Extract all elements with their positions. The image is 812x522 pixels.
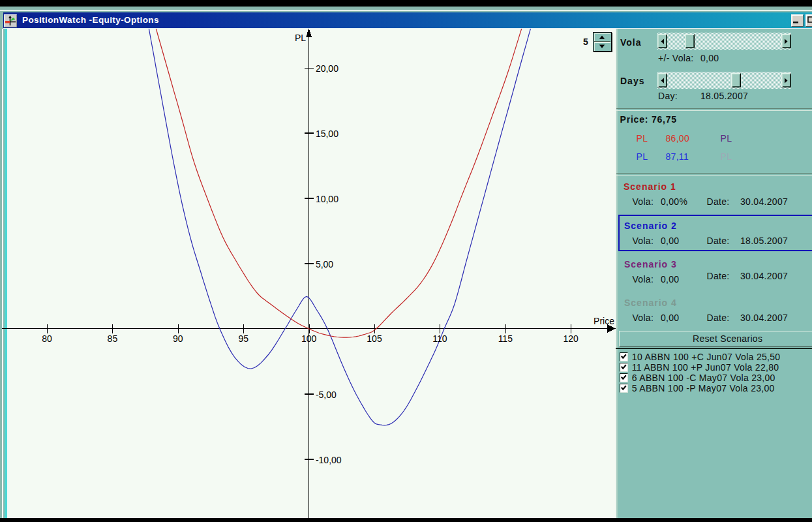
svg-text:85: 85: [108, 333, 118, 344]
svg-text:105: 105: [367, 333, 382, 344]
svg-text:-10,00: -10,00: [316, 455, 342, 465]
svg-text:110: 110: [432, 333, 447, 344]
svg-text:95: 95: [238, 333, 248, 344]
svg-text:120: 120: [564, 333, 579, 344]
svg-text:Price: Price: [594, 316, 614, 326]
svg-text:PL: PL: [295, 33, 306, 43]
svg-text:10,00: 10,00: [316, 194, 338, 204]
svg-text:5,00: 5,00: [316, 259, 333, 269]
svg-text:100: 100: [301, 333, 317, 344]
svg-text:20,00: 20,00: [316, 63, 338, 74]
svg-text:115: 115: [498, 333, 513, 344]
svg-text:15,00: 15,00: [316, 129, 338, 139]
svg-text:-5,00: -5,00: [316, 390, 337, 400]
svg-text:80: 80: [42, 333, 52, 344]
svg-text:90: 90: [173, 333, 183, 344]
